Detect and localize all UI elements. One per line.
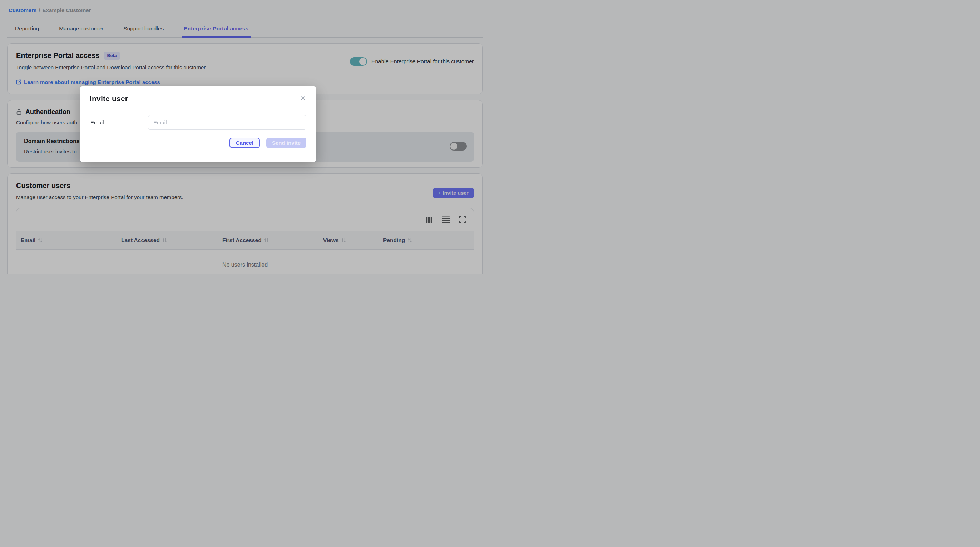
send-invite-button[interactable]: Send invite xyxy=(266,138,306,148)
close-icon[interactable]: ✕ xyxy=(299,94,306,102)
cancel-button[interactable]: Cancel xyxy=(229,138,260,148)
email-field-label: Email xyxy=(90,120,148,126)
modal-header: Invite user ✕ xyxy=(90,94,306,103)
invite-user-modal: Invite user ✕ Email Cancel Send invite xyxy=(80,86,316,162)
modal-title: Invite user xyxy=(90,94,128,103)
email-field-row: Email xyxy=(90,115,306,130)
email-input[interactable] xyxy=(148,115,306,130)
modal-footer: Cancel Send invite xyxy=(90,138,306,148)
